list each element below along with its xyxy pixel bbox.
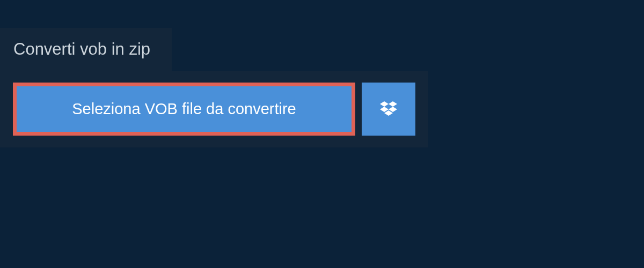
page-title: Converti vob in zip — [13, 40, 150, 59]
dropbox-button[interactable] — [362, 83, 415, 136]
select-file-button[interactable]: Seleziona VOB file da convertire — [13, 83, 355, 136]
upload-section: Seleziona VOB file da convertire — [0, 71, 428, 147]
header-tab: Converti vob in zip — [0, 28, 172, 71]
dropbox-icon — [380, 101, 397, 117]
select-file-label: Seleziona VOB file da convertire — [72, 100, 296, 118]
